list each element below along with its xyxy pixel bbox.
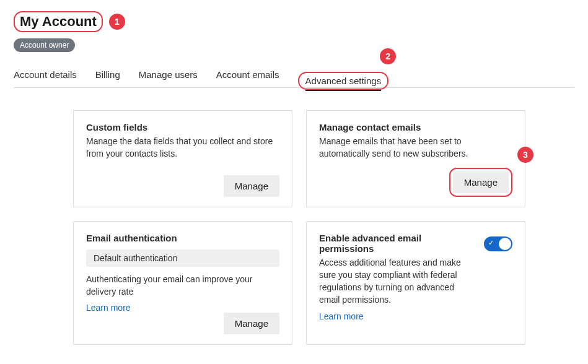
card-contact-emails: Manage contact emails Manage emails that… xyxy=(306,110,525,207)
learn-more-link[interactable]: Learn more xyxy=(86,303,279,313)
card-advanced-email-permissions: Enable advanced email permissions Access… xyxy=(306,221,525,345)
card-title: Email authentication xyxy=(86,233,279,243)
card-title: Manage contact emails xyxy=(319,122,512,132)
learn-more-link[interactable]: Learn more xyxy=(319,311,364,321)
annotation-badge-2: 2 xyxy=(380,48,396,64)
card-title: Enable advanced email permissions xyxy=(319,233,475,254)
tab-billing[interactable]: Billing xyxy=(95,69,120,87)
manage-contact-emails-button[interactable]: Manage xyxy=(453,171,509,193)
annotation-badge-3: 3 xyxy=(517,147,533,163)
tab-annotation-highlight: Advanced settings xyxy=(298,72,389,90)
manage-custom-fields-button[interactable]: Manage xyxy=(224,175,279,197)
title-annotation-highlight: My Account xyxy=(14,11,103,32)
page-title: My Account xyxy=(20,14,97,29)
tab-account-details[interactable]: Account details xyxy=(14,69,77,87)
card-description: Manage the data fields that you collect … xyxy=(86,135,279,160)
cards-grid: Custom fields Manage the data fields tha… xyxy=(14,88,574,345)
annotation-badge-1: 1 xyxy=(109,14,125,30)
auth-status-chip: Default authentication xyxy=(86,249,279,267)
tab-manage-users[interactable]: Manage users xyxy=(139,69,198,87)
advanced-permissions-toggle[interactable]: ✓ xyxy=(484,236,512,251)
tab-account-emails[interactable]: Account emails xyxy=(216,69,279,87)
card-description: Manage emails that have been set to auto… xyxy=(319,135,512,160)
card-description: Authenticating your email can improve yo… xyxy=(86,273,279,298)
toggle-knob xyxy=(499,238,511,250)
role-badge: Account owner xyxy=(14,38,75,52)
check-icon: ✓ xyxy=(488,239,494,247)
card-email-authentication: Email authentication Default authenticat… xyxy=(73,221,292,345)
tab-advanced-settings[interactable]: Advanced settings xyxy=(305,76,382,91)
tabs-bar: Account details Billing Manage users Acc… xyxy=(14,69,574,88)
card-title: Custom fields xyxy=(86,122,279,132)
card-description: Access additional features and make sure… xyxy=(319,256,475,306)
card-custom-fields: Custom fields Manage the data fields tha… xyxy=(73,110,292,207)
button-annotation-highlight: Manage xyxy=(449,168,512,197)
manage-email-auth-button[interactable]: Manage xyxy=(224,313,279,334)
